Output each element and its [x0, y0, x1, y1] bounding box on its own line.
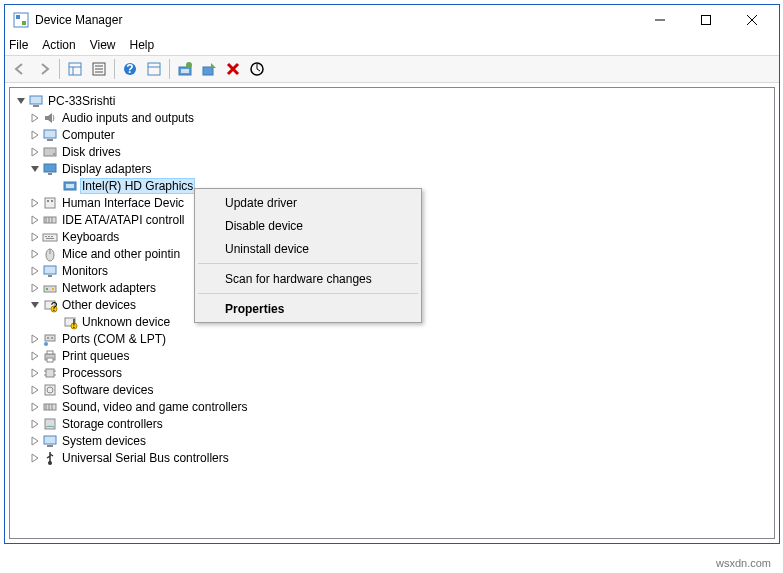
svg-rect-44 [46, 238, 54, 239]
disable-button[interactable] [198, 58, 220, 80]
expand-icon[interactable] [28, 383, 42, 397]
svg-rect-47 [44, 266, 56, 274]
expand-icon[interactable] [28, 230, 42, 244]
category-label: Keyboards [60, 230, 121, 244]
tree-category[interactable]: Print queues [10, 347, 774, 364]
menu-action[interactable]: Action [42, 38, 75, 52]
category-icon [42, 229, 58, 245]
collapse-icon[interactable] [28, 298, 42, 312]
svg-rect-76 [45, 419, 55, 429]
svg-point-20 [186, 62, 192, 68]
category-label: Disk drives [60, 145, 123, 159]
svg-rect-34 [47, 200, 49, 202]
category-label: Storage controllers [60, 417, 165, 431]
svg-rect-16 [148, 63, 160, 75]
show-hide-tree-button[interactable] [64, 58, 86, 80]
expand-icon[interactable] [28, 128, 42, 142]
expand-icon[interactable] [28, 400, 42, 414]
tree-category[interactable]: Computer [10, 126, 774, 143]
tree-category[interactable]: Audio inputs and outputs [10, 109, 774, 126]
device-label: Unknown device [80, 315, 172, 329]
update-driver-button[interactable] [174, 58, 196, 80]
ctx-separator [198, 263, 418, 264]
expand-icon[interactable] [28, 366, 42, 380]
uninstall-button[interactable] [222, 58, 244, 80]
svg-rect-30 [48, 173, 52, 175]
category-icon [42, 399, 58, 415]
menu-help[interactable]: Help [130, 38, 155, 52]
ctx-properties[interactable]: Properties [197, 297, 419, 320]
maximize-button[interactable] [683, 5, 729, 35]
scan-hardware-button[interactable] [246, 58, 268, 80]
tree-category[interactable]: Processors [10, 364, 774, 381]
device-manager-window: Device Manager File Action View Help ? [4, 4, 780, 544]
category-icon [42, 263, 58, 279]
ctx-separator [198, 293, 418, 294]
svg-rect-26 [47, 139, 53, 141]
expand-icon[interactable] [28, 111, 42, 125]
collapse-icon[interactable] [28, 162, 42, 176]
tree-category[interactable]: Disk drives [10, 143, 774, 160]
expand-icon[interactable] [28, 349, 42, 363]
tree-category[interactable]: Ports (COM & LPT) [10, 330, 774, 347]
svg-rect-25 [44, 130, 56, 138]
menu-view[interactable]: View [90, 38, 116, 52]
minimize-button[interactable] [637, 5, 683, 35]
help2-button[interactable]: ? [119, 58, 141, 80]
ctx-scan-hardware[interactable]: Scan for hardware changes [197, 267, 419, 290]
category-label: Display adapters [60, 162, 153, 176]
category-label: Other devices [60, 298, 138, 312]
back-button[interactable] [9, 58, 31, 80]
category-label: Human Interface Devic [60, 196, 186, 210]
expand-icon[interactable] [28, 213, 42, 227]
forward-button[interactable] [33, 58, 55, 80]
category-label: Network adapters [60, 281, 158, 295]
expand-icon[interactable] [28, 434, 42, 448]
svg-rect-33 [45, 198, 55, 208]
collapse-icon[interactable] [14, 94, 28, 108]
svg-point-28 [53, 153, 55, 155]
category-icon [42, 416, 58, 432]
svg-rect-21 [203, 67, 213, 75]
expand-icon[interactable] [28, 145, 42, 159]
category-icon [42, 144, 58, 160]
svg-rect-65 [46, 369, 54, 377]
tree-category[interactable]: Sound, video and game controllers [10, 398, 774, 415]
expand-icon[interactable] [28, 247, 42, 261]
svg-rect-2 [22, 21, 26, 25]
svg-rect-77 [44, 436, 56, 444]
tree-category[interactable]: Display adapters [10, 160, 774, 177]
svg-rect-19 [181, 69, 189, 73]
app-icon [13, 12, 29, 28]
category-icon [42, 246, 58, 262]
ctx-disable-device[interactable]: Disable device [197, 214, 419, 237]
tree-category[interactable]: System devices [10, 432, 774, 449]
properties-button[interactable] [143, 58, 165, 80]
expand-icon[interactable] [28, 417, 42, 431]
properties2-button[interactable] [88, 58, 110, 80]
tree-root-label: PC-33Srishti [46, 94, 117, 108]
expand-icon[interactable] [28, 281, 42, 295]
tree-category[interactable]: Universal Serial Bus controllers [10, 449, 774, 466]
category-icon [42, 433, 58, 449]
watermark: wsxdn.com [716, 557, 771, 569]
tree-category[interactable]: Storage controllers [10, 415, 774, 432]
svg-rect-32 [66, 184, 74, 188]
expand-icon[interactable] [28, 451, 42, 465]
svg-rect-42 [48, 236, 50, 237]
tree-root[interactable]: PC-33Srishti [10, 92, 774, 109]
expand-icon[interactable] [28, 196, 42, 210]
svg-point-59 [47, 337, 49, 339]
ctx-update-driver[interactable]: Update driver [197, 191, 419, 214]
category-icon: ? [42, 297, 58, 313]
device-icon [62, 178, 78, 194]
close-button[interactable] [729, 5, 775, 35]
context-menu: Update driver Disable device Uninstall d… [194, 188, 422, 323]
ctx-uninstall-device[interactable]: Uninstall device [197, 237, 419, 260]
menu-file[interactable]: File [9, 38, 28, 52]
expand-icon[interactable] [28, 264, 42, 278]
category-icon [42, 365, 58, 381]
expand-icon[interactable] [28, 332, 42, 346]
tree-category[interactable]: Software devices [10, 381, 774, 398]
titlebar: Device Manager [5, 5, 779, 35]
